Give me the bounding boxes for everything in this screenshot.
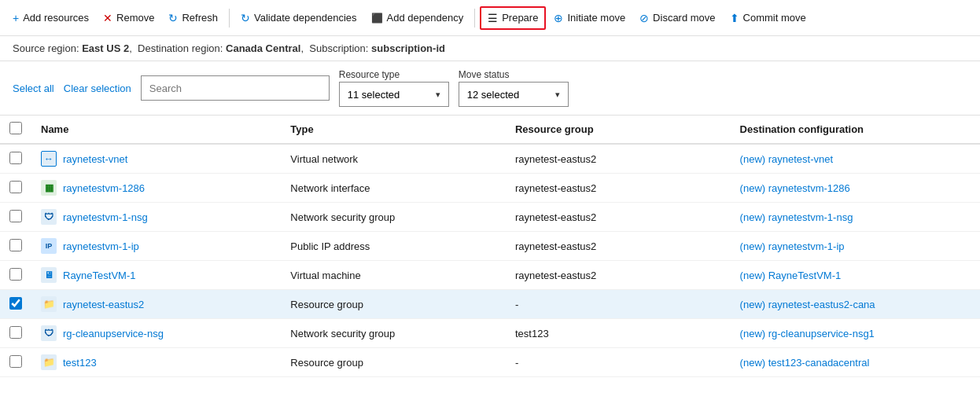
resource-name-link[interactable]: test123 bbox=[63, 357, 97, 369]
resource-table-container: Name Type Resource group Destination con… bbox=[0, 116, 980, 377]
type-cell: Network interface bbox=[281, 174, 506, 203]
discard-move-button[interactable]: ⊘ Discard move bbox=[633, 8, 721, 28]
move-status-select[interactable]: 12 selected ▾ bbox=[459, 82, 569, 107]
dest-config-value: (new) rg-cleanupservice-nsg1 bbox=[740, 328, 875, 339]
resource-group-cell: raynetest-eastus2 bbox=[506, 261, 731, 290]
select-all-link[interactable]: Select all bbox=[13, 83, 54, 94]
resource-name-link[interactable]: raynetest-eastus2 bbox=[63, 299, 144, 310]
select-all-checkbox[interactable] bbox=[9, 122, 22, 134]
dest-config-cell: (new) raynetest-eastus2-cana bbox=[731, 290, 980, 319]
type-cell: Network security group bbox=[281, 203, 506, 232]
row-checkbox-cell bbox=[0, 203, 31, 232]
nsg-icon: 🛡 bbox=[41, 325, 57, 341]
type-cell: Virtual machine bbox=[281, 261, 506, 290]
toolbar: + Add resources ✕ Remove ↻ Refresh ↻ Val… bbox=[0, 0, 980, 36]
row-checkbox-cell bbox=[0, 319, 31, 348]
dest-config-cell: (new) rg-cleanupservice-nsg1 bbox=[731, 319, 980, 348]
row-checkbox[interactable] bbox=[9, 239, 22, 251]
header-type: Type bbox=[281, 116, 506, 144]
table-row: 🛡 raynetestvm-1-nsg Network security gro… bbox=[0, 203, 980, 232]
clear-selection-link[interactable]: Clear selection bbox=[64, 83, 131, 94]
resource-name-link[interactable]: RayneTestVM-1 bbox=[63, 270, 135, 281]
type-cell: Resource group bbox=[281, 348, 506, 377]
type-cell: Resource group bbox=[281, 290, 506, 319]
row-checkbox[interactable] bbox=[9, 297, 22, 310]
resource-name-link[interactable]: raynetestvm-1-ip bbox=[63, 240, 139, 252]
resource-table: Name Type Resource group Destination con… bbox=[0, 116, 980, 377]
discard-icon: ⊘ bbox=[639, 12, 649, 24]
refresh-icon: ↻ bbox=[168, 12, 178, 24]
dest-config-cell: (new) RayneTestVM-1 bbox=[731, 261, 980, 290]
table-row: 📁 test123 Resource group - (new) test123… bbox=[0, 348, 980, 377]
header-name: Name bbox=[31, 116, 281, 144]
dependency-icon: ⬛ bbox=[371, 13, 383, 24]
prepare-button[interactable]: ☰ Prepare bbox=[480, 6, 546, 30]
validate-dependencies-button[interactable]: ↻ Validate dependencies bbox=[234, 8, 363, 28]
name-cell: 📁 test123 bbox=[31, 348, 281, 377]
row-checkbox-cell bbox=[0, 290, 31, 319]
nic-icon: ▦ bbox=[41, 180, 57, 196]
dest-config-value: (new) raynetestvm-1-nsg bbox=[740, 211, 853, 223]
initiate-move-button[interactable]: ⊕ Initiate move bbox=[547, 8, 632, 28]
name-cell: 🛡 rg-cleanupservice-nsg bbox=[31, 319, 281, 348]
dest-config-cell: (new) raynetest-vnet bbox=[731, 144, 980, 174]
table-header-row: Name Type Resource group Destination con… bbox=[0, 116, 980, 144]
row-checkbox[interactable] bbox=[9, 210, 22, 222]
resource-group-cell: test123 bbox=[506, 319, 731, 348]
table-row: 📁 raynetest-eastus2 Resource group - (ne… bbox=[0, 290, 980, 319]
name-cell: IP raynetestvm-1-ip bbox=[31, 232, 281, 261]
rg-icon: 📁 bbox=[41, 354, 57, 370]
validate-icon: ↻ bbox=[241, 12, 250, 24]
resource-name-link[interactable]: rg-cleanupservice-nsg bbox=[63, 328, 164, 339]
nsg-icon: 🛡 bbox=[41, 209, 57, 225]
dest-config-value: (new) raynetest-eastus2-cana bbox=[740, 299, 875, 310]
table-body: ↔ raynetest-vnet Virtual network raynete… bbox=[0, 144, 980, 377]
row-checkbox[interactable] bbox=[9, 355, 22, 368]
name-cell: 📁 raynetest-eastus2 bbox=[31, 290, 281, 319]
row-checkbox[interactable] bbox=[9, 268, 22, 281]
resource-type-select[interactable]: 11 selected ▾ bbox=[339, 82, 449, 107]
name-cell: 🖥 RayneTestVM-1 bbox=[31, 261, 281, 290]
name-cell: 🛡 raynetestvm-1-nsg bbox=[31, 203, 281, 232]
search-input[interactable] bbox=[141, 75, 330, 101]
row-checkbox-cell bbox=[0, 261, 31, 290]
dest-config-cell: (new) raynetestvm-1-nsg bbox=[731, 203, 980, 232]
rg-icon: 📁 bbox=[41, 296, 57, 312]
pip-icon: IP bbox=[41, 238, 57, 254]
dest-config-value: (new) raynetestvm-1286 bbox=[740, 182, 850, 194]
name-cell: ↔ raynetest-vnet bbox=[31, 144, 281, 174]
move-status-dropdown: Move status 12 selected ▾ bbox=[459, 69, 569, 107]
dest-config-cell: (new) raynetestvm-1286 bbox=[731, 174, 980, 203]
row-checkbox-cell bbox=[0, 232, 31, 261]
resource-name-link[interactable]: raynetestvm-1-nsg bbox=[63, 211, 148, 223]
refresh-button[interactable]: ↻ Refresh bbox=[162, 8, 224, 28]
resource-group-cell: raynetest-eastus2 bbox=[506, 144, 731, 174]
row-checkbox-cell bbox=[0, 174, 31, 203]
row-checkbox[interactable] bbox=[9, 181, 22, 193]
add-resources-button[interactable]: + Add resources bbox=[6, 8, 95, 28]
filter-bar: Select all Clear selection Resource type… bbox=[0, 61, 980, 116]
separator-1 bbox=[229, 9, 230, 28]
dest-config-cell: (new) raynetestvm-1-ip bbox=[731, 232, 980, 261]
row-checkbox-cell bbox=[0, 348, 31, 377]
resource-type-dropdown: Resource type 11 selected ▾ bbox=[339, 69, 449, 107]
name-cell: ▦ raynetestvm-1286 bbox=[31, 174, 281, 203]
initiate-icon: ⊕ bbox=[554, 12, 563, 24]
row-checkbox[interactable] bbox=[9, 326, 22, 339]
commit-move-button[interactable]: ⬆ Commit move bbox=[724, 8, 812, 28]
type-cell: Virtual network bbox=[281, 144, 506, 174]
type-cell: Network security group bbox=[281, 319, 506, 348]
resource-group-cell: raynetest-eastus2 bbox=[506, 232, 731, 261]
table-row: 🖥 RayneTestVM-1 Virtual machine raynetes… bbox=[0, 261, 980, 290]
table-row: IP raynetestvm-1-ip Public IP address ra… bbox=[0, 232, 980, 261]
add-dependency-button[interactable]: ⬛ Add dependency bbox=[365, 8, 470, 28]
row-checkbox[interactable] bbox=[9, 152, 22, 164]
vm-icon: 🖥 bbox=[41, 267, 57, 283]
type-cell: Public IP address bbox=[281, 232, 506, 261]
row-checkbox-cell bbox=[0, 144, 31, 174]
remove-button[interactable]: ✕ Remove bbox=[97, 8, 160, 28]
resource-name-link[interactable]: raynetest-vnet bbox=[63, 153, 127, 165]
resource-group-cell: raynetest-eastus2 bbox=[506, 174, 731, 203]
resource-name-link[interactable]: raynetestvm-1286 bbox=[63, 182, 145, 194]
remove-icon: ✕ bbox=[103, 12, 112, 24]
